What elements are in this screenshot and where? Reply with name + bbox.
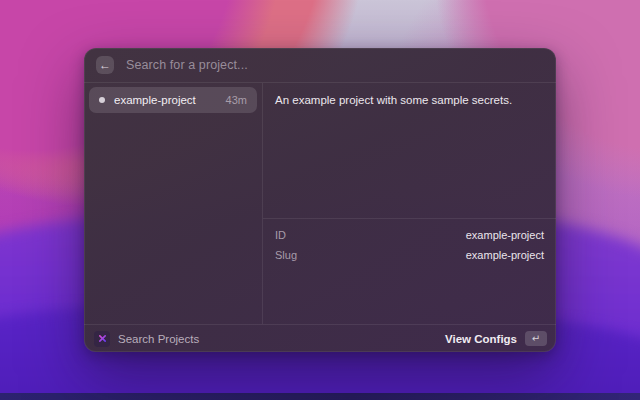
metadata-section: ID example-project Slug example-project [263,219,556,324]
command-palette-window: ← Search for a project... example-projec… [84,48,556,352]
project-description: An example project with some sample secr… [263,83,556,218]
command-info: Search Projects [94,331,199,347]
search-header: ← Search for a project... [84,48,556,82]
wallpaper-bottom-band [0,393,640,400]
detail-panel: An example project with some sample secr… [263,83,556,324]
primary-action-label: View Configs [445,333,517,345]
bullet-dot-icon [99,97,105,103]
primary-action-button[interactable]: View Configs ↵ [445,331,547,346]
metadata-value: example-project [466,249,544,261]
action-bar: Search Projects View Configs ↵ [84,325,556,352]
command-title: Search Projects [118,333,199,345]
metadata-row-id: ID example-project [275,225,544,245]
asterisk-logo-icon [94,331,110,347]
list-item-example-project[interactable]: example-project 43m [89,87,257,113]
metadata-value: example-project [466,229,544,241]
back-arrow-icon: ← [99,56,111,74]
enter-key-icon: ↵ [525,331,547,346]
project-list: example-project 43m [84,83,262,324]
window-body: example-project 43m An example project w… [84,83,556,324]
metadata-row-slug: Slug example-project [275,245,544,265]
project-age-badge: 43m [226,94,247,106]
metadata-label: Slug [275,249,297,261]
back-button[interactable]: ← [96,56,114,74]
metadata-label: ID [275,229,286,241]
project-title: example-project [114,94,217,106]
search-input[interactable]: Search for a project... [126,58,248,72]
